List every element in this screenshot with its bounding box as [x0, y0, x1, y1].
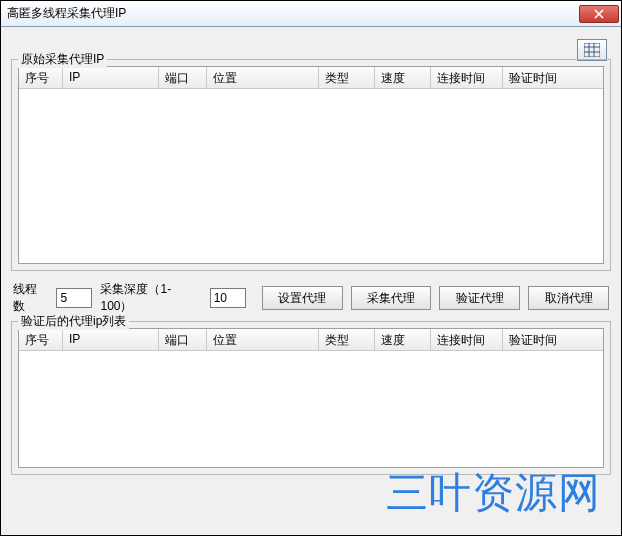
col-speed[interactable]: 速度: [375, 67, 431, 88]
col-ip[interactable]: IP: [63, 67, 159, 88]
group-raw-legend: 原始采集代理IP: [18, 51, 107, 68]
col-loc[interactable]: 位置: [207, 67, 319, 88]
group-raw-proxies: 原始采集代理IP 序号 IP 端口 位置 类型 速度 连接时间 验证时间: [11, 59, 611, 271]
cancel-proxy-button[interactable]: 取消代理: [528, 286, 609, 310]
collect-proxy-button[interactable]: 采集代理: [351, 286, 432, 310]
depth-label: 采集深度（1-100）: [100, 281, 201, 315]
col-ver[interactable]: 验证时间: [503, 67, 603, 88]
controls-row: 线程数 采集深度（1-100） 设置代理 采集代理 验证代理 取消代理: [11, 281, 611, 315]
group-verified-legend: 验证后的代理ip列表: [18, 313, 129, 330]
client-area: 原始采集代理IP 序号 IP 端口 位置 类型 速度 连接时间 验证时间 线程数…: [1, 27, 621, 535]
verified-list-header: 序号 IP 端口 位置 类型 速度 连接时间 验证时间: [19, 329, 603, 351]
group-verified-proxies: 验证后的代理ip列表 序号 IP 端口 位置 类型 速度 连接时间 验证时间: [11, 321, 611, 475]
col-conn[interactable]: 连接时间: [431, 67, 503, 88]
close-button[interactable]: [579, 5, 619, 23]
raw-proxy-list[interactable]: 序号 IP 端口 位置 类型 速度 连接时间 验证时间: [18, 66, 604, 264]
grid-icon: [584, 43, 600, 57]
col-speed[interactable]: 速度: [375, 329, 431, 350]
verified-proxy-list[interactable]: 序号 IP 端口 位置 类型 速度 连接时间 验证时间: [18, 328, 604, 468]
toolbar-grid-button[interactable]: [577, 39, 607, 61]
svg-rect-0: [584, 43, 600, 57]
col-port[interactable]: 端口: [159, 67, 207, 88]
col-conn[interactable]: 连接时间: [431, 329, 503, 350]
col-type[interactable]: 类型: [319, 329, 375, 350]
col-ip[interactable]: IP: [63, 329, 159, 350]
col-seq[interactable]: 序号: [19, 329, 63, 350]
set-proxy-button[interactable]: 设置代理: [262, 286, 343, 310]
depth-input[interactable]: [210, 288, 246, 308]
window-frame: 高匿多线程采集代理IP 原始采集代理IP 序号 IP 端口 位置: [0, 0, 622, 536]
window-title: 高匿多线程采集代理IP: [7, 5, 126, 22]
threads-label: 线程数: [13, 281, 48, 315]
col-port[interactable]: 端口: [159, 329, 207, 350]
col-type[interactable]: 类型: [319, 67, 375, 88]
close-icon: [594, 9, 604, 19]
col-loc[interactable]: 位置: [207, 329, 319, 350]
threads-input[interactable]: [56, 288, 92, 308]
titlebar: 高匿多线程采集代理IP: [1, 1, 621, 27]
col-ver[interactable]: 验证时间: [503, 329, 603, 350]
raw-list-header: 序号 IP 端口 位置 类型 速度 连接时间 验证时间: [19, 67, 603, 89]
col-seq[interactable]: 序号: [19, 67, 63, 88]
verify-proxy-button[interactable]: 验证代理: [439, 286, 520, 310]
